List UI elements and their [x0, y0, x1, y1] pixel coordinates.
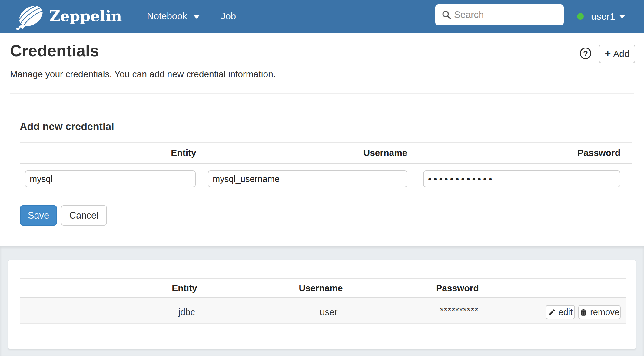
question-glyph: ?: [583, 49, 588, 58]
page-title: Credentials: [10, 41, 99, 60]
user-menu[interactable]: user1: [577, 0, 626, 33]
password-input[interactable]: [423, 170, 620, 187]
entity-input[interactable]: [25, 170, 196, 187]
form-table-header-border: [20, 163, 632, 164]
nav-job[interactable]: Job: [221, 0, 236, 33]
nav-notebook-label: Notebook: [147, 11, 187, 21]
search-input[interactable]: [454, 9, 559, 20]
add-button-label: Add: [613, 49, 629, 59]
brand-title[interactable]: Zeppelin: [49, 0, 122, 33]
edit-button[interactable]: edit: [546, 305, 575, 319]
pencil-icon: [548, 308, 556, 316]
trash-icon: [579, 308, 587, 316]
table-top-border: [20, 278, 626, 279]
credentials-card: Entity Username Password jdbc user *****…: [8, 260, 636, 349]
table-column-entity: Entity: [172, 283, 197, 293]
zeppelin-credentials-page: Zeppelin Notebook Job user1 Credentials …: [0, 0, 644, 356]
form-column-entity: Entity: [171, 148, 196, 158]
form-table-top-border: [20, 142, 632, 143]
save-button[interactable]: Save: [20, 205, 57, 226]
help-icon[interactable]: ?: [580, 48, 591, 59]
table-column-username: Username: [299, 283, 343, 293]
cancel-button[interactable]: Cancel: [61, 205, 107, 226]
remove-button[interactable]: remove: [578, 305, 621, 319]
search-box: [435, 4, 564, 25]
cell-entity: jdbc: [178, 307, 195, 317]
page-subtitle: Manage your credentials. You can add new…: [10, 69, 276, 79]
edit-button-label: edit: [559, 307, 573, 317]
form-column-username: Username: [363, 148, 407, 158]
form-column-password: Password: [577, 148, 620, 158]
remove-button-label: remove: [590, 307, 619, 317]
user-status-dot-icon: [577, 13, 584, 20]
username-input[interactable]: [208, 170, 407, 187]
table-column-password: Password: [436, 283, 479, 293]
plus-icon: +: [605, 48, 611, 59]
add-button[interactable]: + Add: [599, 44, 635, 63]
nav-job-label: Job: [221, 11, 236, 21]
caret-down-icon: [193, 15, 200, 19]
caret-down-icon: [619, 15, 626, 18]
zeppelin-logo-icon[interactable]: [13, 2, 48, 31]
cell-username: user: [320, 307, 337, 317]
user-name: user1: [591, 11, 615, 22]
search-icon: [441, 10, 452, 20]
form-heading: Add new credential: [20, 120, 114, 132]
nav-notebook[interactable]: Notebook: [147, 0, 200, 33]
cell-password: **********: [440, 305, 479, 316]
credentials-panel: Entity Username Password jdbc user *****…: [0, 246, 644, 356]
top-navbar: Zeppelin Notebook Job user1: [0, 0, 644, 33]
divider: [10, 93, 634, 94]
